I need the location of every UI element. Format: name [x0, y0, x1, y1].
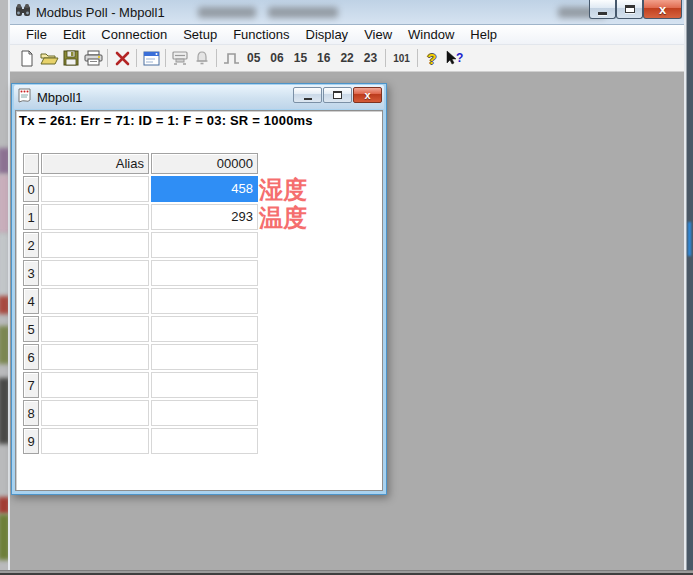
grid-corner-cell[interactable] — [23, 153, 39, 174]
alarm-button[interactable] — [191, 47, 213, 69]
value-cell-1[interactable]: 293 — [151, 204, 258, 230]
save-icon — [63, 50, 79, 66]
menu-item-functions[interactable]: Functions — [225, 26, 297, 43]
menu-item-window[interactable]: Window — [400, 26, 462, 43]
close-button[interactable]: x — [643, 0, 682, 19]
toolbar-fc-16[interactable]: 16 — [312, 49, 335, 67]
row-header-9[interactable]: 9 — [23, 428, 39, 454]
menu-item-display[interactable]: Display — [298, 26, 357, 43]
row-header-1[interactable]: 1 — [23, 204, 39, 230]
menu-item-edit[interactable]: Edit — [55, 26, 93, 43]
row-header-0[interactable]: 0 — [23, 176, 39, 202]
value-cell-3[interactable] — [151, 260, 258, 286]
alias-cell-3[interactable] — [41, 260, 149, 286]
alias-cell-7[interactable] — [41, 372, 149, 398]
menu-item-help[interactable]: Help — [462, 26, 505, 43]
alias-cell-8[interactable] — [41, 400, 149, 426]
menu-bar: FileEditConnectionSetupFunctionsDisplayV… — [10, 25, 684, 45]
alias-cell-9[interactable] — [41, 428, 149, 454]
desktop-sliver-bottom — [0, 570, 693, 575]
menu-item-view[interactable]: View — [356, 26, 400, 43]
alias-cell-4[interactable] — [41, 288, 149, 314]
context-help-icon: ? — [444, 50, 464, 66]
value-cell-0[interactable]: 458 — [151, 176, 258, 202]
pulse-button[interactable] — [220, 47, 242, 69]
alarm-bell-icon — [194, 50, 210, 66]
communication-traffic-button[interactable] — [169, 47, 191, 69]
toolbar-fc-22[interactable]: 22 — [335, 49, 358, 67]
print-button[interactable] — [82, 47, 104, 69]
value-cell-8[interactable] — [151, 400, 258, 426]
toolbar-fc-06[interactable]: 06 — [265, 49, 288, 67]
row-header-4[interactable]: 4 — [23, 288, 39, 314]
menu-item-file[interactable]: File — [18, 26, 55, 43]
annotation-0: 湿度 — [259, 176, 307, 203]
toolbar-button-101[interactable]: 101 — [389, 51, 414, 66]
value-cell-5[interactable] — [151, 316, 258, 342]
row-header-6[interactable]: 6 — [23, 344, 39, 370]
row-header-8[interactable]: 8 — [23, 400, 39, 426]
toolbar-fc-15[interactable]: 15 — [289, 49, 312, 67]
context-help-button[interactable]: ? — [443, 47, 465, 69]
data-grid: Alias 00000 0458129323456789 — [23, 153, 258, 454]
maximize-button[interactable] — [616, 0, 643, 19]
maximize-icon — [333, 91, 342, 99]
alias-cell-6[interactable] — [41, 344, 149, 370]
value-cell-2[interactable] — [151, 232, 258, 258]
minimize-button[interactable] — [589, 0, 616, 19]
help-icon: ? — [427, 50, 436, 67]
menu-item-connection[interactable]: Connection — [93, 26, 175, 43]
minimize-icon — [304, 98, 312, 100]
mbpoll1-minimize-button[interactable] — [293, 87, 322, 103]
mbpoll1-window: Mbpoll1 x Tx = 261: Err = 71: ID = 1: F … — [11, 83, 387, 495]
desktop-sliver-left — [0, 0, 8, 575]
redacted-blur — [198, 7, 256, 18]
mbpoll1-title-bar[interactable]: Mbpoll1 x — [14, 85, 384, 109]
disconnect-button[interactable] — [111, 47, 133, 69]
column-header-alias[interactable]: Alias — [41, 153, 149, 174]
value-cell-4[interactable] — [151, 288, 258, 314]
screen: Modbus Poll - Mbpoll1 x FileEditConnecti… — [0, 0, 693, 575]
document-icon — [17, 87, 32, 107]
column-header-00000[interactable]: 00000 — [151, 153, 258, 174]
close-icon: x — [364, 88, 370, 102]
value-cell-9[interactable] — [151, 428, 258, 454]
alias-cell-5[interactable] — [41, 316, 149, 342]
row-header-3[interactable]: 3 — [23, 260, 39, 286]
menu-item-setup[interactable]: Setup — [175, 26, 225, 43]
toolbar-function-codes: 050615162223 — [242, 49, 382, 67]
mdi-area: Mbpoll1 x Tx = 261: Err = 71: ID = 1: F … — [10, 72, 684, 570]
open-file-button[interactable] — [38, 47, 60, 69]
redacted-blur — [268, 7, 338, 18]
row-header-5[interactable]: 5 — [23, 316, 39, 342]
alias-cell-2[interactable] — [41, 232, 149, 258]
communication-traffic-icon — [171, 50, 189, 66]
alias-cell-1[interactable] — [41, 204, 149, 230]
help-button[interactable]: ? — [421, 47, 443, 69]
new-document-button[interactable] — [16, 47, 38, 69]
mbpoll1-title: Mbpoll1 — [37, 90, 83, 105]
mbpoll1-close-button[interactable]: x — [353, 87, 382, 103]
alias-cell-0[interactable] — [41, 176, 149, 202]
annotation-1: 温度 — [259, 204, 307, 231]
setup-button[interactable] — [140, 47, 162, 69]
new-document-icon — [19, 50, 35, 67]
row-header-2[interactable]: 2 — [23, 232, 39, 258]
setup-window-icon — [143, 51, 160, 66]
mbpoll1-caption-buttons: x — [293, 87, 382, 103]
toolbar-separator — [417, 49, 418, 67]
mbpoll1-client-area: Tx = 261: Err = 71: ID = 1: F = 03: SR =… — [15, 110, 383, 491]
value-cell-6[interactable] — [151, 344, 258, 370]
save-button[interactable] — [60, 47, 82, 69]
print-icon — [84, 50, 103, 66]
maximize-icon — [625, 5, 635, 13]
toolbar-fc-23[interactable]: 23 — [359, 49, 382, 67]
mbpoll1-maximize-button[interactable] — [323, 87, 352, 103]
value-cell-7[interactable] — [151, 372, 258, 398]
window-title: Modbus Poll - Mbpoll1 — [36, 5, 165, 20]
row-header-7[interactable]: 7 — [23, 372, 39, 398]
title-bar[interactable]: Modbus Poll - Mbpoll1 x — [10, 0, 684, 25]
toolbar-separator — [165, 49, 166, 67]
toolbar-fc-05[interactable]: 05 — [242, 49, 265, 67]
app-icon — [15, 3, 31, 22]
